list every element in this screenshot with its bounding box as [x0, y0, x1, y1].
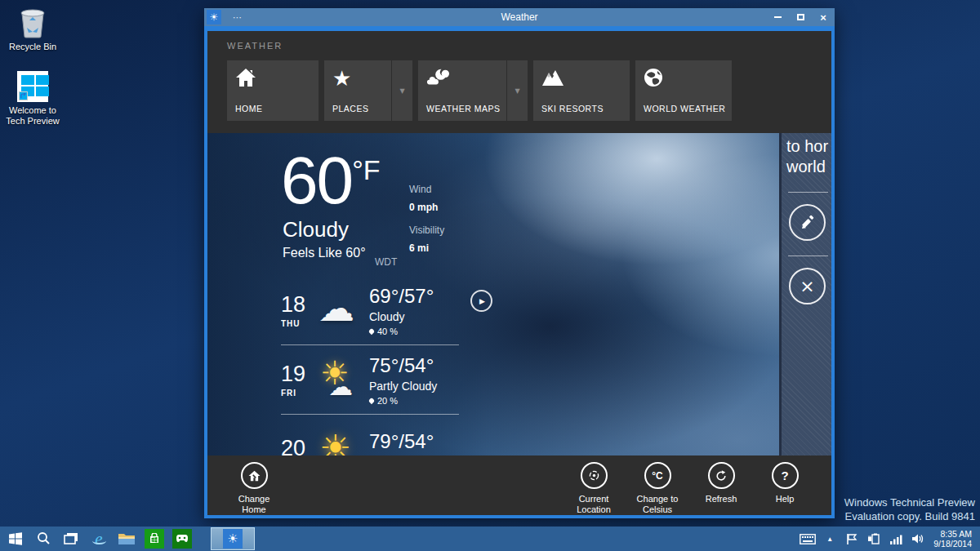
play-icon: ▶ [479, 297, 485, 305]
wind-label: Wind [409, 184, 444, 195]
desktop-icon-label: Recycle Bin [0, 42, 65, 52]
forecast-day: 19 [281, 362, 317, 387]
forecast-precip: 40 % [369, 327, 459, 336]
internet-explorer-button[interactable]: e [85, 527, 113, 551]
forecast-row-thu[interactable]: 18 THU ☁ 69°/57° Cloudy 40 % [281, 276, 459, 345]
nav-tile-label: HOME [235, 104, 263, 113]
current-conditions-panel: 60 °F Cloudy Feels Like 60° Wind 0 mph V… [207, 133, 831, 455]
window-body: WEATHER HOME ★ PLACES [204, 26, 835, 518]
nav-tile-ski-resorts[interactable]: SKI RESORTS [533, 60, 630, 121]
visibility-label: Visibility [409, 224, 444, 236]
show-hidden-icons-chevron[interactable]: ▲ [820, 527, 840, 551]
flyout-text: to hor world [782, 133, 831, 177]
minimize-button[interactable] [766, 8, 789, 26]
touch-keyboard-icon[interactable] [798, 527, 817, 551]
recycle-bin-icon [16, 7, 49, 39]
droplet-icon [368, 397, 375, 403]
build-watermark: Windows Technical Preview Evaluation cop… [844, 495, 975, 523]
volume-speaker-icon[interactable] [908, 527, 928, 551]
side-flyout-panel: to hor world × [779, 133, 831, 455]
search-button[interactable] [29, 527, 57, 551]
forecast-row-fri[interactable]: 19 FRI ☀ ☁ 75°/54° Partly Cloudy [281, 345, 459, 415]
nav-tile-label: WEATHER MAPS [426, 104, 498, 113]
taskbar: e [0, 527, 980, 551]
weather-maps-dropdown-arrow[interactable]: ▼ [506, 60, 528, 121]
home-icon [235, 68, 258, 91]
desktop-icon-welcome-tech-preview[interactable]: Welcome to Tech Preview [0, 70, 65, 127]
folder-icon [118, 531, 136, 546]
xbox-button[interactable] [168, 527, 196, 551]
file-explorer-button[interactable] [113, 527, 140, 551]
forecast-weekday: THU [281, 319, 317, 328]
clock-time: 8:35 AM [933, 529, 972, 539]
shortcut-arrow-icon [19, 91, 28, 100]
temperature-unit: °F [352, 154, 380, 213]
visibility-value: 6 mi [409, 242, 444, 254]
forecast-condition: Partly Cloudy [369, 380, 459, 393]
places-dropdown-arrow[interactable]: ▼ [391, 60, 412, 121]
data-provider: WDT [375, 256, 397, 268]
edit-button[interactable] [789, 204, 826, 241]
nav-tile-label: SKI RESORTS [541, 104, 604, 113]
wind-value: 0 mph [409, 202, 444, 213]
forecast-day: 20 [281, 436, 317, 455]
watermark-line2: Evaluation copy. Build 9841 [844, 509, 975, 523]
globe-icon [644, 68, 666, 91]
minimize-icon [774, 16, 782, 18]
celsius-icon: °C [652, 470, 662, 482]
cloud-moon-icon [426, 68, 449, 91]
power-plug-icon[interactable] [864, 527, 884, 551]
star-icon: ★ [332, 68, 355, 91]
window-titlebar[interactable]: ☀ ⋯ Weather × [204, 8, 835, 26]
xbox-icon [172, 529, 192, 549]
weather-window: ☀ ⋯ Weather × WEATHER [204, 8, 835, 518]
current-stats: Wind 0 mph Visibility 6 mi [409, 184, 444, 254]
forecast-row-sat[interactable]: 20 ☀ 79°/54° Mostly Clear [281, 415, 459, 455]
forecast-day: 18 [281, 292, 317, 318]
forecast-temps: 79°/54° [369, 430, 459, 453]
taskbar-clock[interactable]: 8:35 AM 9/18/2014 [930, 529, 977, 549]
change-to-celsius-button[interactable]: °C Change to Celsius [630, 462, 684, 515]
forecast-condition: Cloudy [369, 310, 459, 323]
nav-tile-places[interactable]: ★ PLACES ▼ [324, 60, 412, 121]
network-signal-icon[interactable] [886, 527, 906, 551]
taskbar-weather-button[interactable]: ☀ [211, 527, 255, 550]
forecast-temps: 75°/54° [369, 354, 459, 377]
nav-tile-home[interactable]: HOME [227, 60, 318, 121]
sunny-icon: ☀ [317, 425, 369, 456]
bottom-app-bar: Change Home Current Location °C [207, 455, 831, 515]
close-x-icon: × [800, 276, 814, 296]
feels-like: Feels Like 60° [283, 246, 366, 260]
droplet-icon [368, 327, 375, 334]
nav-tile-world-weather[interactable]: WORLD WEATHER [635, 60, 732, 121]
clock-date: 9/18/2014 [933, 539, 972, 549]
app-title: WEATHER [227, 41, 831, 51]
change-home-button[interactable]: Change Home [227, 462, 281, 515]
nav-tiles: HOME ★ PLACES ▼ [227, 60, 831, 121]
app-header: WEATHER HOME ★ PLACES [207, 31, 831, 133]
current-location-icon [587, 469, 601, 482]
partly-cloudy-icon: ☀ ☁ [317, 355, 369, 404]
start-button[interactable] [2, 527, 29, 551]
refresh-button[interactable]: Refresh [694, 462, 748, 515]
forecast-precip: 20 % [369, 396, 459, 406]
remove-button[interactable]: × [789, 268, 826, 304]
task-view-button[interactable] [57, 527, 85, 551]
desktop: Recycle Bin Welcome to Tech Preview Wind… [0, 0, 980, 551]
store-icon [145, 529, 164, 549]
refresh-icon [715, 469, 728, 482]
weather-tile-icon: ☀ [223, 529, 243, 549]
flyout-divider [788, 256, 828, 256]
task-view-icon [63, 532, 79, 545]
cloudy-icon: ☁ [317, 286, 369, 335]
close-button[interactable]: × [812, 8, 835, 26]
store-button[interactable] [140, 527, 168, 551]
maximize-button[interactable] [789, 8, 812, 26]
desktop-icon-recycle-bin[interactable]: Recycle Bin [0, 7, 65, 52]
current-location-button[interactable]: Current Location [567, 462, 621, 515]
play-button[interactable]: ▶ [470, 290, 492, 312]
flyout-divider [788, 192, 828, 193]
nav-tile-weather-maps[interactable]: WEATHER MAPS ▼ [418, 60, 528, 121]
help-button[interactable]: ? Help [758, 462, 812, 515]
action-center-flag-icon[interactable] [842, 527, 862, 551]
